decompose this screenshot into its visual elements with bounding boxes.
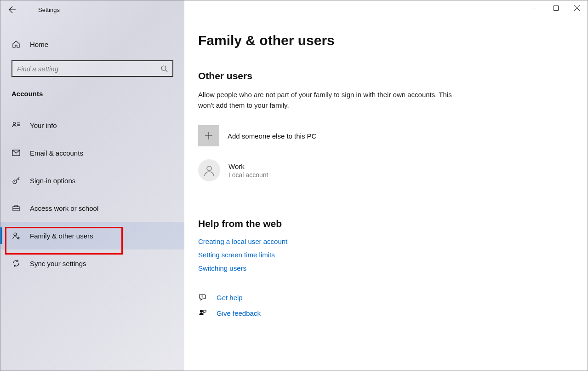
add-user-button[interactable]: Add someone else to this PC xyxy=(198,125,569,146)
nav-item-sync[interactable]: Sync your settings xyxy=(0,249,184,277)
nav-item-work-school[interactable]: Access work or school xyxy=(0,194,184,222)
footer-links: ? Get help Give feedback xyxy=(198,293,569,317)
svg-point-0 xyxy=(161,66,166,70)
maximize-button[interactable] xyxy=(545,0,566,15)
briefcase-icon xyxy=(11,204,21,212)
help-link[interactable]: Setting screen time limits xyxy=(198,251,569,259)
sync-icon xyxy=(11,259,21,267)
mail-icon xyxy=(11,149,21,157)
sidebar: Settings Home Accounts Your info xyxy=(0,0,184,371)
svg-text:?: ? xyxy=(201,295,204,299)
user-texts: Work Local account xyxy=(228,162,268,179)
nav-items: Your info Email & accounts Sign-in optio… xyxy=(0,111,184,277)
nav-item-label: Family & other users xyxy=(30,232,93,240)
nav-item-label: Sync your settings xyxy=(30,260,86,267)
avatar xyxy=(198,159,220,181)
home-icon xyxy=(11,40,21,48)
key-icon xyxy=(11,176,21,185)
nav-item-label: Email & accounts xyxy=(30,149,83,157)
window-title: Settings xyxy=(38,6,60,13)
titlebar: Settings xyxy=(0,0,184,19)
svg-rect-15 xyxy=(554,6,558,10)
minimize-icon xyxy=(532,6,537,11)
search-icon xyxy=(160,65,168,72)
window-controls xyxy=(524,0,588,15)
svg-point-20 xyxy=(207,166,211,171)
svg-line-1 xyxy=(166,70,167,72)
people-add-icon xyxy=(11,232,21,240)
close-icon xyxy=(574,5,580,11)
feedback-icon xyxy=(198,309,207,317)
svg-point-22 xyxy=(200,310,203,313)
get-help-link[interactable]: ? Get help xyxy=(198,293,569,301)
plus-icon xyxy=(204,131,214,141)
search-input[interactable] xyxy=(17,65,160,73)
help-link[interactable]: Creating a local user account xyxy=(198,238,569,245)
home-label: Home xyxy=(30,41,48,48)
maximize-icon xyxy=(554,6,559,11)
page-title: Family & other users xyxy=(198,33,569,48)
nav-item-family[interactable]: Family & other users xyxy=(0,222,184,249)
other-users-desc: Allow people who are not part of your fa… xyxy=(198,90,456,110)
help-title: Help from the web xyxy=(198,218,569,229)
person-icon xyxy=(203,164,216,177)
main-content: Family & other users Other users Allow p… xyxy=(184,0,588,371)
chat-help-icon: ? xyxy=(198,293,207,301)
nav-item-signin[interactable]: Sign-in options xyxy=(0,167,184,194)
add-user-label: Add someone else to this PC xyxy=(228,132,316,140)
back-button[interactable] xyxy=(6,3,19,16)
search-box[interactable] xyxy=(11,60,173,77)
minimize-button[interactable] xyxy=(524,0,545,15)
person-lines-icon xyxy=(11,121,21,129)
nav-item-your-info[interactable]: Your info xyxy=(0,111,184,139)
nav-item-label: Access work or school xyxy=(30,204,98,212)
close-button[interactable] xyxy=(566,0,588,15)
svg-point-8 xyxy=(14,181,15,182)
user-name: Work xyxy=(228,162,268,170)
help-link[interactable]: Switching users xyxy=(198,264,569,272)
nav-item-label: Sign-in options xyxy=(30,177,75,185)
category-heading: Accounts xyxy=(11,90,173,98)
home-nav[interactable]: Home xyxy=(0,33,184,56)
nav-item-email[interactable]: Email & accounts xyxy=(0,139,184,167)
svg-point-11 xyxy=(14,233,17,236)
user-account-row[interactable]: Work Local account xyxy=(198,159,569,181)
svg-point-2 xyxy=(13,122,16,125)
nav-item-label: Your info xyxy=(30,122,57,129)
arrow-left-icon xyxy=(9,6,16,13)
other-users-title: Other users xyxy=(198,70,569,81)
get-help-label: Get help xyxy=(217,294,243,301)
give-feedback-label: Give feedback xyxy=(217,309,261,317)
add-icon-box xyxy=(198,125,219,146)
user-subtitle: Local account xyxy=(228,171,268,179)
give-feedback-link[interactable]: Give feedback xyxy=(198,309,569,317)
help-links: Creating a local user account Setting sc… xyxy=(198,238,569,272)
